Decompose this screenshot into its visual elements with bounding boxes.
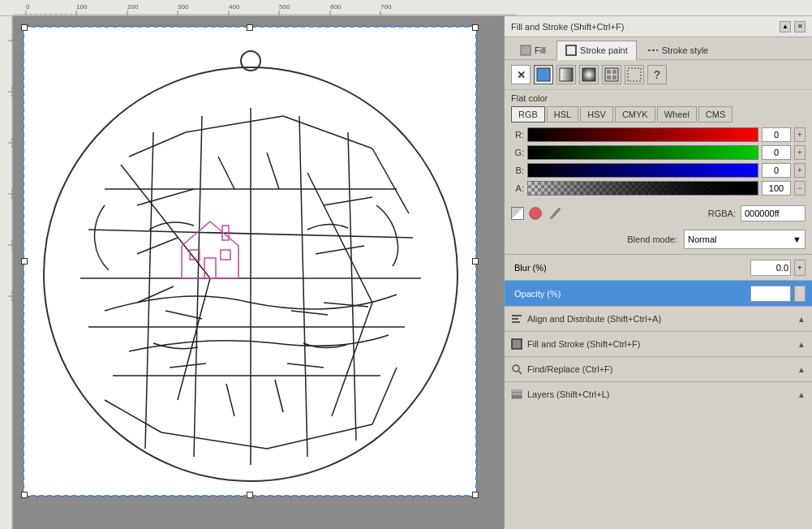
layers-arrow: ▲ — [797, 390, 806, 399]
layers-section-icon — [511, 389, 522, 400]
r-value-input[interactable] — [763, 130, 790, 140]
svg-rect-94 — [612, 75, 617, 80]
b-slider[interactable] — [527, 163, 758, 178]
r-value-box — [762, 127, 791, 142]
pattern-button[interactable] — [602, 65, 621, 84]
ruler-top-svg: 0 100 200 300 400 500 600 700 — [13, 0, 516, 15]
stroke-style-tab-icon — [647, 45, 659, 56]
svg-rect-97 — [512, 315, 522, 316]
tabs-row: Fill Stroke paint Stroke style — [505, 37, 812, 60]
svg-text:200: 200 — [127, 3, 139, 11]
eyedropper-button[interactable] — [547, 205, 563, 221]
close-button[interactable]: ✕ — [794, 21, 806, 32]
color-swatch-2[interactable] — [529, 207, 542, 220]
ruler-top: 0 100 200 300 400 500 600 700 — [0, 0, 812, 16]
opacity-row: Opacity (%) 100.0 − — [505, 280, 812, 306]
fill-stroke-panel: Fill and Stroke (Shift+Ctrl+F) ▲ ✕ Fill … — [504, 16, 812, 529]
no-paint-button[interactable]: ✕ — [511, 65, 531, 84]
a-value-box — [762, 181, 791, 196]
find-replace-icon — [511, 363, 522, 375]
tab-stroke-paint[interactable]: Stroke paint — [556, 41, 637, 60]
a-value-input[interactable] — [763, 183, 790, 193]
linear-gradient-button[interactable] — [556, 65, 576, 84]
svg-rect-95 — [628, 68, 641, 81]
hsv-tab[interactable]: HSV — [580, 106, 613, 123]
g-label: G: — [511, 148, 524, 157]
find-replace-header[interactable]: Find/Replace (Ctrl+F) ▲ — [505, 357, 812, 381]
opacity-decrement-button[interactable]: − — [794, 286, 806, 302]
color-model-tabs: RGB HSL HSV CMYK Wheel CMS — [505, 105, 812, 124]
wheel-tab[interactable]: Wheel — [657, 106, 697, 123]
blend-mode-label: Blend mode: — [627, 234, 677, 244]
svg-text:0: 0 — [26, 3, 30, 11]
svg-text:100: 100 — [76, 3, 88, 11]
svg-point-96 — [550, 217, 552, 219]
r-slider-row: R: + — [511, 127, 806, 142]
r-label: R: — [511, 130, 524, 140]
b-label: B: — [511, 166, 524, 175]
layers-icon — [511, 389, 522, 400]
svg-rect-100 — [512, 339, 522, 349]
align-distribute-header[interactable]: Align and Distribute (Shift+Ctrl+A) ▲ — [505, 307, 812, 331]
swatch-button[interactable] — [625, 65, 644, 84]
minimize-button[interactable]: ▲ — [780, 21, 791, 32]
g-increment-button[interactable]: + — [794, 145, 806, 160]
blur-increment-button[interactable]: + — [794, 260, 806, 276]
svg-rect-0 — [13, 0, 516, 15]
a-slider[interactable] — [527, 181, 758, 196]
blur-value-box: 0.0 — [750, 260, 791, 276]
canvas-area[interactable] — [13, 16, 504, 529]
b-value-input[interactable] — [763, 166, 790, 175]
tab-stroke-style[interactable]: Stroke style — [638, 41, 717, 59]
fill-stroke-section-icon — [511, 338, 522, 350]
fill-stroke-title: Fill and Stroke (Shift+Ctrl+F) — [527, 339, 793, 349]
fill-stroke-header[interactable]: Fill and Stroke (Shift+Ctrl+F) ▲ — [505, 332, 812, 356]
find-replace-section: Find/Replace (Ctrl+F) ▲ — [505, 356, 812, 381]
r-slider[interactable] — [527, 127, 758, 142]
layers-title: Layers (Shift+Ctrl+L) — [527, 389, 793, 399]
color-buttons-row: ✕ — [505, 60, 812, 90]
g-slider[interactable] — [527, 145, 758, 160]
svg-rect-93 — [607, 75, 611, 80]
layers-header[interactable]: Layers (Shift+Ctrl+L) ▲ — [505, 382, 812, 406]
panel-titlebar: Fill and Stroke (Shift+Ctrl+F) ▲ ✕ — [505, 16, 812, 37]
blend-mode-arrow: ▼ — [793, 234, 801, 244]
tab-fill[interactable]: Fill — [511, 41, 555, 59]
cms-tab[interactable]: CMS — [698, 106, 733, 123]
find-replace-arrow: ▲ — [797, 365, 806, 374]
opacity-label: Opacity (%) — [511, 289, 747, 299]
cmyk-tab[interactable]: CMYK — [615, 106, 655, 123]
color-swatch-1[interactable] — [511, 207, 524, 220]
blend-mode-select[interactable]: Normal ▼ — [684, 230, 806, 249]
r-increment-button[interactable]: + — [794, 127, 806, 142]
opacity-value: 100.0 — [766, 289, 788, 299]
ruler-left: 0 100 200 300 400 500 — [0, 16, 13, 529]
radial-gradient-button[interactable] — [579, 65, 599, 84]
unknown-paint-button[interactable]: ? — [647, 65, 667, 84]
flat-color-label: Flat color — [505, 90, 812, 105]
g-value-box — [762, 145, 791, 160]
svg-rect-88 — [560, 68, 573, 81]
blur-value: 0.0 — [776, 263, 788, 273]
b-increment-button[interactable]: + — [794, 163, 806, 178]
rgb-tab[interactable]: RGB — [511, 106, 545, 123]
color-bottom-row: RGBA: — [505, 202, 812, 225]
eyedropper-icon — [548, 206, 562, 221]
rgba-value-box — [741, 205, 806, 221]
fill-stroke-section: Fill and Stroke (Shift+Ctrl+F) ▲ — [505, 331, 812, 356]
svg-rect-105 — [512, 390, 522, 392]
artwork-svg — [24, 27, 478, 497]
linear-gradient-icon — [559, 67, 574, 82]
g-value-input[interactable] — [763, 148, 790, 157]
align-icon — [511, 313, 522, 325]
svg-rect-91 — [607, 70, 611, 74]
flat-color-button[interactable] — [534, 65, 553, 84]
search-icon — [511, 363, 522, 375]
svg-rect-84 — [521, 45, 531, 55]
blend-mode-row: Blend mode: Normal ▼ — [505, 225, 812, 254]
hsl-tab[interactable]: HSL — [547, 106, 578, 123]
svg-rect-104 — [512, 393, 522, 395]
a-decrement-button[interactable]: − — [794, 181, 806, 196]
rgba-input[interactable] — [745, 209, 801, 218]
canvas-white — [23, 26, 477, 497]
